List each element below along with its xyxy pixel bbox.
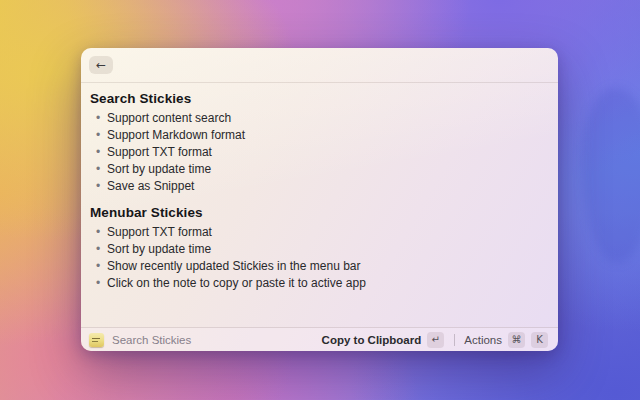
background-shape [582,88,640,263]
back-button[interactable]: ← [89,56,113,74]
actions-button[interactable]: Actions [464,334,502,346]
cmd-key-icon: ⌘ [508,332,525,348]
content-area: Search Stickies Support content search S… [81,83,558,327]
section-title-menubar-stickies: Menubar Stickies [90,204,546,221]
list-item: Sort by update time [90,161,546,178]
return-key-icon: ↵ [427,332,444,348]
list-item: Sort by update time [90,241,546,258]
stickies-icon [89,333,104,347]
footer-divider [454,334,455,346]
list-item: Support content search [90,110,546,127]
launcher-window: ← Search Stickies Support content search… [81,48,558,351]
footer-bar: Search Stickies Copy to Clipboard ↵ Acti… [81,327,558,351]
list-item: Click on the note to copy or paste it to… [90,275,546,292]
back-arrow-icon: ← [96,59,106,71]
footer-actions: Copy to Clipboard ↵ Actions ⌘ K [322,332,548,348]
feature-list: Support content search Support Markdown … [90,110,546,195]
list-item: Support TXT format [90,224,546,241]
feature-list: Support TXT format Sort by update time S… [90,224,546,292]
list-item: Support TXT format [90,144,546,161]
list-item: Save as Snippet [90,178,546,195]
footer-app-name: Search Stickies [112,334,191,346]
section-title-search-stickies: Search Stickies [90,90,546,107]
list-item: Show recently updated Stickies in the me… [90,258,546,275]
desktop-background: ← Search Stickies Support content search… [0,0,640,400]
window-header: ← [81,48,558,83]
copy-to-clipboard-button[interactable]: Copy to Clipboard [322,334,422,346]
list-item: Support Markdown format [90,127,546,144]
k-key-icon: K [531,332,548,348]
